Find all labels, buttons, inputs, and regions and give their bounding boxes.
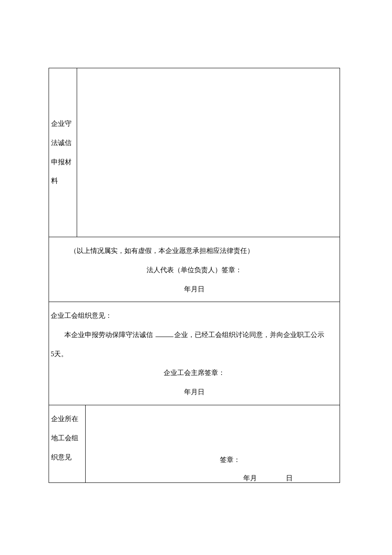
section1-content-cell (77, 68, 340, 237)
union-opinion-body: 本企业申报劳动保障守法诚信 企业，已经工会组织讨论同意，并向企业职工公示 (51, 325, 338, 345)
section4-content-cell: 签章： 年月日 (86, 405, 340, 482)
section4-date-label: 年月日 (243, 469, 293, 488)
section3-date-label: 年月日 (51, 383, 338, 402)
form-table: 企业守法诚信申报材料 （以上情况属实，如有虚假，本企业愿意承担相应法律责任） 法… (49, 68, 340, 483)
disclaimer-text: （以上情况属实，如有虚假，本企业愿意承担相应法律责任） (51, 241, 337, 261)
date-d: 日 (286, 474, 293, 482)
section-disclaimer-signature: （以上情况属实，如有虚假，本企业愿意承担相应法律责任） 法人代表（单位负责人）签… (49, 237, 340, 302)
body-line2: 5天。 (51, 345, 338, 364)
section2-date-label: 年月日 (51, 280, 337, 299)
section1-label: 企业守法诚信申报材料 (51, 114, 75, 191)
body-suffix: 企业，已经工会组织讨论同意，并向企业职工公示 (174, 331, 324, 338)
section-union-opinion: 企业工会组织意见： 本企业申报劳动保障守法诚信 企业，已经工会组织讨论同意，并向… (49, 302, 340, 405)
union-opinion-title: 企业工会组织意见： (51, 306, 338, 325)
body-prefix: 本企业申报劳动保障守法诚信 (64, 331, 155, 338)
section4-label-cell: 企业所在地工会组织意见 (49, 405, 86, 482)
blank-fill-field[interactable] (156, 337, 173, 337)
date-ym: 年月 (243, 474, 257, 482)
legal-rep-signature-label: 法人代表（单位负责人）签章： (51, 261, 337, 280)
section-enterprise-materials: 企业守法诚信申报材料 (49, 68, 340, 237)
section4-signature-label: 签章： (220, 450, 240, 470)
section-local-union-opinion: 企业所在地工会组织意见 签章： 年月日 (49, 405, 340, 482)
union-chair-signature-label: 企业工会主席签章： (51, 363, 338, 383)
section4-label: 企业所在地工会组织意见 (51, 415, 78, 461)
section1-label-cell: 企业守法诚信申报材料 (49, 68, 77, 237)
